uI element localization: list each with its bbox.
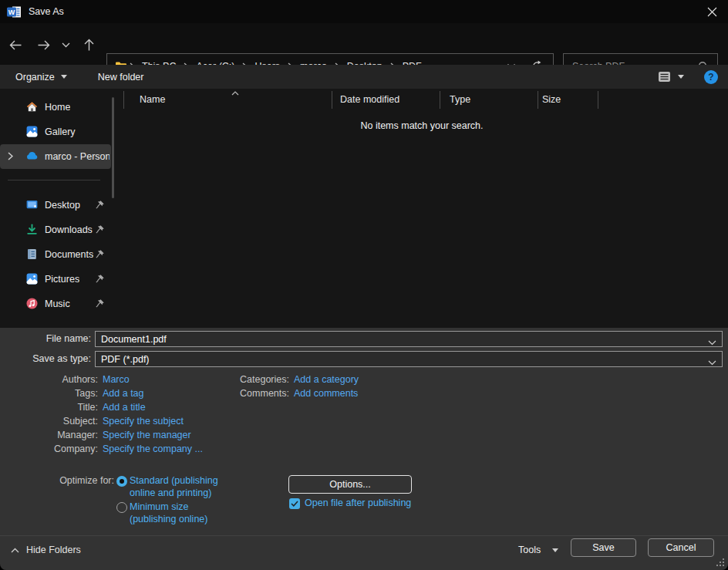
sidebar-item-onedrive[interactable]: marco - Personal xyxy=(0,144,111,169)
help-button[interactable]: ? xyxy=(704,70,718,84)
word-app-icon: W xyxy=(7,5,22,19)
onedrive-cloud-icon xyxy=(25,150,39,163)
column-separator[interactable] xyxy=(123,91,124,109)
chevron-down-icon xyxy=(708,337,716,348)
sidebar-item-label: Music xyxy=(45,298,70,309)
column-header-type[interactable]: Type xyxy=(450,94,470,105)
column-separator[interactable] xyxy=(332,91,332,109)
authors-value[interactable]: Marco xyxy=(103,373,130,386)
column-separator[interactable] xyxy=(440,91,440,109)
tools-label: Tools xyxy=(518,545,541,555)
chevron-down-icon xyxy=(61,75,67,79)
add-tag-link[interactable]: Add a tag xyxy=(103,387,144,400)
save-as-type-dropdown[interactable]: PDF (*.pdf) xyxy=(95,351,723,367)
subject-label: Subject: xyxy=(0,415,98,428)
sidebar-item-label: Gallery xyxy=(45,126,76,137)
navigation-pane: Home Gallery marco - Personal xyxy=(0,89,116,328)
authors-label: Authors: xyxy=(0,373,98,386)
close-icon xyxy=(707,7,717,17)
column-header-name[interactable]: Name xyxy=(140,94,165,105)
chevron-down-icon xyxy=(678,75,684,79)
sidebar-item-gallery[interactable]: Gallery xyxy=(0,120,111,144)
hide-folders-button[interactable]: Hide Folders xyxy=(11,545,81,555)
sidebar-item-documents[interactable]: Documents xyxy=(0,242,111,267)
radio-standard[interactable] xyxy=(116,476,127,487)
open-file-after-publishing-checkbox[interactable] xyxy=(289,498,300,509)
sidebar-divider xyxy=(8,180,100,180)
radio-standard-label[interactable]: Standard (publishing online and printing… xyxy=(130,474,230,499)
save-as-type-value: PDF (*.pdf) xyxy=(101,354,150,365)
title-label: Title: xyxy=(0,401,98,414)
specify-company-link[interactable]: Specify the company ... xyxy=(103,443,203,456)
up-button[interactable] xyxy=(79,35,99,55)
specify-manager-link[interactable]: Specify the manager xyxy=(103,429,191,442)
sidebar-item-music[interactable]: Music xyxy=(0,292,111,316)
open-file-after-publishing-label[interactable]: Open file after publishing xyxy=(305,497,411,508)
save-button[interactable]: Save xyxy=(571,538,636,557)
sidebar-item-downloads[interactable]: Downloads xyxy=(0,218,111,242)
close-button[interactable] xyxy=(696,0,728,23)
chevron-down-icon xyxy=(552,548,558,552)
column-header-date-modified[interactable]: Date modified xyxy=(340,94,399,105)
downloads-icon xyxy=(25,223,39,236)
chevron-up-icon xyxy=(11,548,19,553)
footer-bar: Hide Folders Tools Save Cancel xyxy=(0,535,728,570)
help-icon: ? xyxy=(708,72,713,83)
hide-folders-label: Hide Folders xyxy=(26,545,81,555)
new-folder-button[interactable]: New folder xyxy=(98,72,144,83)
sidebar-item-label: Desktop xyxy=(45,200,80,211)
forward-arrow-icon xyxy=(37,39,50,51)
recent-locations-button[interactable] xyxy=(57,35,74,55)
back-button[interactable] xyxy=(5,35,25,55)
specify-subject-link[interactable]: Specify the subject xyxy=(103,415,184,428)
sidebar-scrollbar[interactable] xyxy=(112,97,114,198)
radio-minimum-size-label[interactable]: Minimum size (publishing online) xyxy=(130,501,230,525)
add-comments-link[interactable]: Add comments xyxy=(294,387,358,400)
column-separator[interactable] xyxy=(598,91,598,109)
optimize-for-label: Optimize for: xyxy=(0,475,114,486)
save-as-dialog: W Save As This PC A xyxy=(0,0,728,570)
empty-list-message: No items match your search. xyxy=(116,120,728,131)
file-name-input[interactable] xyxy=(101,334,703,345)
home-icon xyxy=(25,100,39,113)
pin-icon xyxy=(95,249,105,261)
column-header-size[interactable]: Size xyxy=(542,94,561,105)
pin-icon xyxy=(95,298,105,311)
sidebar-item-label: Documents xyxy=(45,249,93,260)
sidebar-item-label: marco - Personal xyxy=(45,151,110,162)
sidebar-item-desktop[interactable]: Desktop xyxy=(0,193,111,218)
navigation-bar: This PC Acer (C:) Users marco Desktop PD… xyxy=(0,23,728,65)
command-bar: Organize New folder ? xyxy=(0,65,728,89)
radio-minimum-size[interactable] xyxy=(116,502,127,513)
manager-label: Manager: xyxy=(0,429,98,442)
up-arrow-icon xyxy=(83,39,95,52)
file-name-label: File name: xyxy=(0,333,91,344)
options-button[interactable]: Options... xyxy=(288,475,412,494)
pin-icon xyxy=(95,274,105,286)
add-title-link[interactable]: Add a title xyxy=(103,401,146,414)
sidebar-item-label: Downloads xyxy=(45,224,93,235)
details-view-icon xyxy=(658,71,671,83)
tools-button[interactable]: Tools xyxy=(518,545,558,555)
organize-button[interactable]: Organize xyxy=(15,72,67,83)
column-separator[interactable] xyxy=(538,91,538,109)
categories-label: Categories: xyxy=(199,373,289,386)
back-arrow-icon xyxy=(9,39,22,51)
forward-button[interactable] xyxy=(33,35,53,55)
sidebar-item-home[interactable]: Home xyxy=(0,95,111,120)
svg-text:W: W xyxy=(8,8,15,15)
titlebar: W Save As xyxy=(0,0,728,23)
pictures-icon xyxy=(25,272,39,285)
chevron-down-icon xyxy=(62,42,70,48)
cancel-button[interactable]: Cancel xyxy=(648,538,714,557)
checkmark-icon xyxy=(291,501,298,507)
chevron-down-icon xyxy=(708,357,716,368)
sidebar-item-pictures[interactable]: Pictures xyxy=(0,267,111,292)
comments-label: Comments: xyxy=(199,387,289,400)
file-name-combobox[interactable] xyxy=(95,331,723,347)
pin-icon xyxy=(95,224,105,237)
resize-grip[interactable] xyxy=(716,558,725,567)
add-category-link[interactable]: Add a category xyxy=(294,373,359,386)
save-as-type-label: Save as type: xyxy=(0,353,91,364)
change-view-button[interactable] xyxy=(658,71,684,83)
